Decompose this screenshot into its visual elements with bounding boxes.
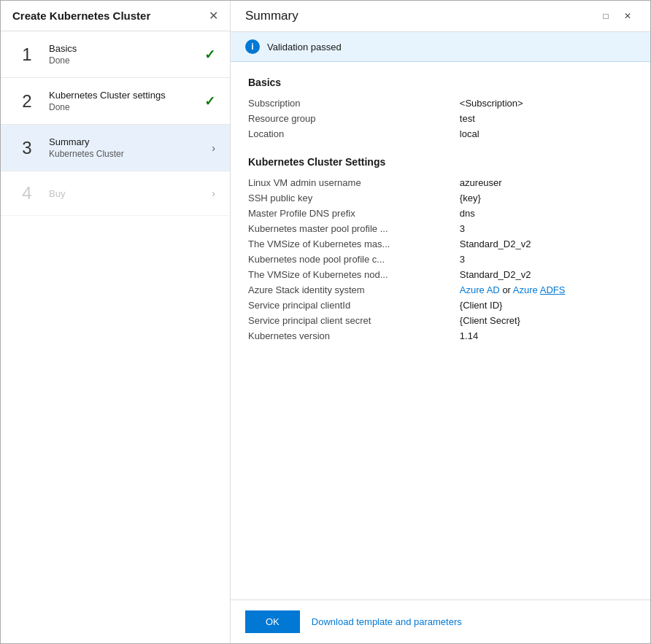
label-master-pool: Kubernetes master pool profile ... [248, 221, 460, 236]
value-subscription: <Subscription> [460, 96, 633, 111]
close-right-button[interactable]: ✕ [620, 8, 636, 24]
table-row: Kubernetes master pool profile ... 3 [248, 221, 633, 236]
step-content-3: Summary Kubernetes Cluster [49, 136, 212, 159]
step-item-basics[interactable]: 1 Basics Done ✓ [1, 31, 230, 78]
footer-bar: OK Download template and parameters [231, 600, 650, 643]
label-subscription: Subscription [248, 96, 460, 111]
step-subtitle-1: Done [49, 55, 204, 66]
ok-button[interactable]: OK [245, 610, 300, 633]
right-panel: Summary □ ✕ i Validation passed Basics S… [231, 1, 650, 643]
table-row: Master Profile DNS prefix dns [248, 206, 633, 221]
validation-banner: i Validation passed [231, 32, 650, 62]
table-row: Service principal client secret {Client … [248, 313, 633, 328]
step-check-2: ✓ [204, 93, 215, 109]
value-master-pool: 3 [460, 221, 633, 236]
left-header: Create Kubernetes Cluster ✕ [1, 1, 230, 31]
value-vmsize-node: Standard_D2_v2 [460, 267, 633, 282]
value-resource-group: test [460, 111, 633, 126]
table-row: SSH public key {key} [248, 190, 633, 206]
right-panel-title: Summary [245, 9, 298, 23]
k8s-settings-table: Linux VM admin username azureuser SSH pu… [248, 175, 633, 344]
step-number-4: 4 [15, 183, 39, 203]
download-template-link[interactable]: Download template and parameters [312, 616, 462, 627]
basics-table: Subscription <Subscription> Resource gro… [248, 96, 633, 141]
label-vmsize-node: The VMSize of Kubernetes nod... [248, 267, 460, 282]
label-identity: Azure Stack identity system [248, 282, 460, 298]
value-node-pool: 3 [460, 252, 633, 267]
value-location: local [460, 126, 633, 141]
label-dns: Master Profile DNS prefix [248, 206, 460, 221]
identity-value-part2: Azure [513, 284, 538, 295]
table-row: Kubernetes version 1.14 [248, 328, 633, 344]
summary-content: Basics Subscription <Subscription> Resou… [231, 62, 650, 600]
step-check-1: ✓ [204, 47, 215, 63]
validation-text: Validation passed [267, 42, 342, 53]
value-k8s-version: 1.14 [460, 328, 633, 344]
label-ssh: SSH public key [248, 190, 460, 206]
step-chevron-4: › [212, 187, 215, 199]
step-name-3: Summary [49, 136, 212, 147]
value-client-secret: {Client Secret} [460, 313, 633, 328]
identity-value-sep: or [500, 284, 513, 295]
step-number-2: 2 [15, 91, 39, 112]
label-resource-group: Resource group [248, 111, 460, 126]
value-ssh: {key} [460, 190, 633, 206]
info-icon: i [245, 39, 260, 54]
table-row: Azure Stack identity system Azure AD or … [248, 282, 633, 298]
step-subtitle-2: Done [49, 102, 204, 112]
close-button[interactable]: ✕ [209, 10, 218, 22]
value-linux-vm: azureuser [460, 175, 633, 190]
maximize-button[interactable]: □ [598, 8, 614, 24]
table-row: Subscription <Subscription> [248, 96, 633, 111]
identity-value-adfs: ADFS [540, 284, 566, 295]
step-item-k8s-settings[interactable]: 2 Kubernetes Cluster settings Done ✓ [1, 78, 230, 125]
label-location: Location [248, 126, 460, 141]
step-subtitle-3: Kubernetes Cluster [49, 149, 212, 159]
left-panel-title: Create Kubernetes Cluster [12, 9, 150, 22]
step-name-4: Buy [49, 188, 212, 199]
table-row: Kubernetes node pool profile c... 3 [248, 252, 633, 267]
step-name-1: Basics [49, 43, 204, 54]
value-dns: dns [460, 206, 633, 221]
step-content-2: Kubernetes Cluster settings Done [49, 90, 204, 112]
step-content-4: Buy [49, 188, 212, 199]
table-row: Location local [248, 126, 633, 141]
table-row: Service principal clientId {Client ID} [248, 298, 633, 313]
table-row: Linux VM admin username azureuser [248, 175, 633, 190]
value-client-id: {Client ID} [460, 298, 633, 313]
label-client-secret: Service principal client secret [248, 313, 460, 328]
step-item-buy: 4 Buy › [1, 171, 230, 216]
window-controls: □ ✕ [598, 8, 636, 24]
table-row: The VMSize of Kubernetes nod... Standard… [248, 267, 633, 282]
step-item-summary[interactable]: 3 Summary Kubernetes Cluster › [1, 125, 230, 171]
left-panel: Create Kubernetes Cluster ✕ 1 Basics Don… [1, 1, 231, 643]
label-linux-vm: Linux VM admin username [248, 175, 460, 190]
value-vmsize-master: Standard_D2_v2 [460, 236, 633, 252]
value-identity: Azure AD or Azure ADFS [460, 282, 633, 298]
step-number-1: 1 [15, 44, 39, 65]
steps-list: 1 Basics Done ✓ 2 Kubernetes Cluster set… [1, 31, 230, 643]
table-row: Resource group test [248, 111, 633, 126]
step-chevron-3: › [212, 142, 215, 154]
k8s-section-title: Kubernetes Cluster Settings [248, 156, 633, 168]
main-window: Create Kubernetes Cluster ✕ 1 Basics Don… [0, 0, 651, 644]
step-content-1: Basics Done [49, 43, 204, 66]
label-k8s-version: Kubernetes version [248, 328, 460, 344]
label-client-id: Service principal clientId [248, 298, 460, 313]
label-node-pool: Kubernetes node pool profile c... [248, 252, 460, 267]
label-vmsize-master: The VMSize of Kubernetes mas... [248, 236, 460, 252]
basics-section-title: Basics [248, 77, 633, 88]
table-row: The VMSize of Kubernetes mas... Standard… [248, 236, 633, 252]
identity-value-part1: Azure AD [460, 284, 500, 295]
step-name-2: Kubernetes Cluster settings [49, 90, 204, 101]
right-header: Summary □ ✕ [231, 1, 650, 32]
step-number-3: 3 [15, 138, 39, 158]
